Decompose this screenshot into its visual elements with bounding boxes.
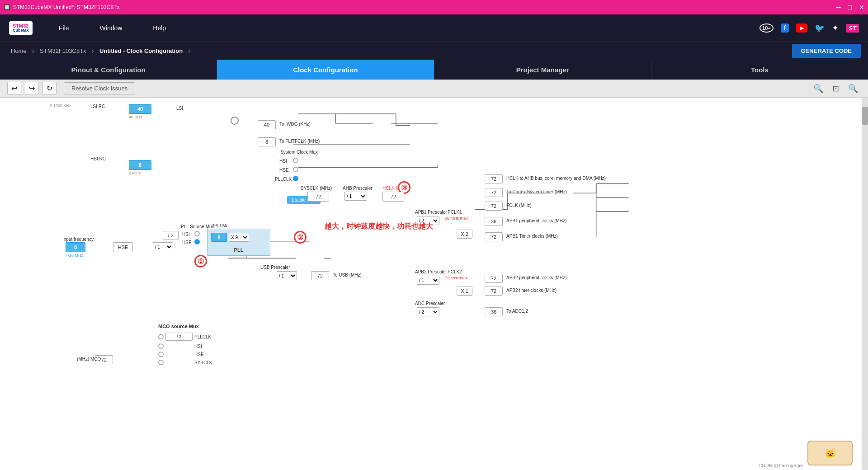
mco-section: MCO source Mux / 2 PLLCLK HSI HSE	[158, 324, 212, 368]
menu-file[interactable]: File	[45, 24, 83, 32]
pll-value-box[interactable]: 8	[211, 233, 227, 242]
menu-help[interactable]: Help	[139, 24, 179, 32]
hsi-pll-label: HSI	[182, 232, 190, 237]
apb1-timer-value: 72	[485, 232, 503, 241]
icon-st[interactable]: ST	[846, 24, 859, 33]
lsi-rc-unit: 40 KHz	[129, 115, 142, 119]
apb1-timer-label: APB1 Timer clocks (MHz)	[506, 234, 558, 239]
breadcrumb-bar: Home › STM32F103C8Tx › Untitled - Clock …	[0, 42, 868, 60]
mco-pllclk-label: PLLCLK	[194, 334, 211, 339]
cortex-sys-label: To Cortex System timer (MHz)	[506, 189, 567, 194]
vertical-scrollbar[interactable]	[862, 98, 868, 470]
apb2-div-select[interactable]: / 1	[417, 276, 439, 285]
icon-youtube[interactable]: ▶	[796, 24, 807, 33]
input-freq-box[interactable]: 8	[66, 242, 85, 252]
mco-pllclk-radio[interactable]	[158, 334, 164, 339]
logo-text: STM32 CubeMX	[13, 23, 29, 33]
to-iwdg-label: To IWDG (KHz)	[279, 122, 311, 127]
undo-button[interactable]: ↩	[7, 82, 21, 95]
hse-pll-radio[interactable]	[194, 239, 200, 244]
pclk2-note: 72 MHz max	[445, 276, 468, 280]
tab-bar: Pinout & Configuration Clock Configurati…	[0, 60, 868, 80]
ahb-prescaler-label: AHB Prescaler	[343, 186, 373, 191]
breadcrumb-home[interactable]: Home	[7, 47, 30, 54]
hsi-pll-radio[interactable]	[194, 231, 200, 236]
mco-out-label: (MHz) MCO	[77, 357, 101, 362]
input-freq-label: Input frequency	[62, 237, 94, 242]
div2-pll-box: / 2	[163, 231, 179, 240]
sys-clk-mux-label: System Clock Mux	[280, 150, 318, 155]
window-title: STM32CubeMX Untitled*: STM32F103C8Tx	[13, 4, 119, 10]
apb1-periph-value: 36	[485, 217, 503, 226]
hsi-sys-radio[interactable]	[293, 158, 298, 163]
pclk2-label: PCLK2	[448, 269, 462, 274]
mco-hse-label: HSE	[194, 352, 204, 357]
zoom-in-button[interactable]: 🔍	[811, 83, 826, 94]
tab-clock[interactable]: Clock Configuration	[217, 60, 434, 80]
fclk-value: 72	[485, 202, 503, 211]
sysclk-value[interactable]: 72	[307, 192, 329, 202]
pll-mul-select[interactable]: X 9	[229, 233, 249, 242]
refresh-button[interactable]: ↻	[42, 82, 57, 95]
adc-out-label: To ADC1,2	[506, 309, 528, 314]
hclk-value[interactable]: 72	[382, 192, 404, 202]
pllclk-sys-radio[interactable]	[293, 176, 298, 181]
menu-bar-right: 10+ f ▶ 🐦 ✦ ST	[760, 23, 859, 33]
generate-code-button[interactable]: GENERATE CODE	[792, 44, 861, 58]
to-flitfclk-label: To FLITFCLK (MHz)	[279, 139, 320, 144]
resolve-clock-button[interactable]: Resolve Clock Issues	[64, 82, 135, 94]
redo-button[interactable]: ↪	[25, 82, 39, 95]
div1-select[interactable]: / 1	[153, 242, 173, 251]
icon-network[interactable]: ✦	[832, 23, 839, 33]
pll-mul-label: *PLLMul	[212, 223, 230, 228]
mco-hse-radio[interactable]	[158, 352, 164, 357]
mco-hsi-label: HSI	[194, 344, 202, 349]
zoom-out-button[interactable]: 🔍	[845, 83, 861, 94]
maximize-btn[interactable]: □	[848, 4, 852, 11]
hclk-ahb-value: 72	[485, 174, 503, 183]
hsi-sys-label: HSI	[279, 159, 287, 164]
ahb-div-select[interactable]: / 1	[344, 192, 367, 201]
title-bar: 🔲 STM32CubeMX Untitled*: STM32F103C8Tx ─…	[0, 0, 868, 14]
adc-div-select[interactable]: / 2	[417, 307, 439, 316]
apb2-prescaler-label: APB2 Prescaler	[415, 269, 447, 274]
fclk-label: FCLK (MHz)	[506, 203, 532, 208]
minimize-btn[interactable]: ─	[836, 4, 841, 11]
icon-facebook[interactable]: f	[781, 24, 789, 33]
usb-out-value: 72	[311, 271, 329, 280]
hse-sys-radio[interactable]	[293, 167, 298, 172]
scroll-thumb[interactable]	[862, 107, 868, 125]
clock-diagram-area[interactable]: 0-1000 KHz LSI RC 40 40 KHz LSI 40 To IW…	[0, 98, 862, 470]
hse-box[interactable]: HSE	[113, 242, 133, 252]
hse-pll-label: HSE	[182, 240, 192, 245]
usb-div-select[interactable]: / 1	[277, 271, 297, 280]
tab-pinout[interactable]: Pinout & Configuration	[0, 60, 217, 80]
breadcrumb-device[interactable]: STM32F103C8Tx	[36, 47, 90, 54]
title-bar-controls[interactable]: ─ □ ✕	[836, 4, 864, 11]
hsi-rc-unit: 8 MHz	[129, 171, 141, 175]
breadcrumb-config[interactable]: Untitled - Clock Configuration	[96, 47, 186, 54]
to-flitfclk-value: 8	[258, 137, 276, 146]
lsi-rc-box[interactable]: 40	[129, 104, 151, 114]
apb2-timer-value: 72	[485, 287, 503, 296]
tab-project[interactable]: Project Manager	[434, 60, 651, 80]
menu-window[interactable]: Window	[86, 24, 136, 32]
pclk1-note: 36 MHz max	[445, 216, 468, 221]
icon-10plus[interactable]: 10+	[760, 24, 774, 33]
mco-sysclk-label: SYSCLK	[194, 360, 212, 365]
pll-label: PLL	[234, 247, 244, 253]
hsi-rc-box[interactable]: 8	[129, 160, 151, 170]
title-bar-left: 🔲 STM32CubeMX Untitled*: STM32F103C8Tx	[4, 4, 119, 10]
close-btn[interactable]: ✕	[859, 4, 864, 11]
sysclk-label: SYSCLK (MHz)	[301, 186, 332, 191]
mco-hsi-radio[interactable]	[158, 343, 164, 349]
toolbar: ↩ ↪ ↻ Resolve Clock Issues 🔍 ⊡ 🔍	[0, 80, 868, 98]
zoom-fit-button[interactable]: ⊡	[830, 83, 842, 94]
icon-twitter[interactable]: 🐦	[815, 23, 825, 33]
tab-tools[interactable]: Tools	[651, 60, 868, 80]
mco-pllclk-div2: / 2	[165, 333, 193, 341]
pll-box: 8 X 9 PLL	[207, 229, 270, 256]
usb-label: To USB (MHz)	[333, 273, 362, 277]
mco-sysclk-radio[interactable]	[158, 360, 164, 365]
input-freq-unit: 4-16 MHz	[66, 253, 83, 258]
